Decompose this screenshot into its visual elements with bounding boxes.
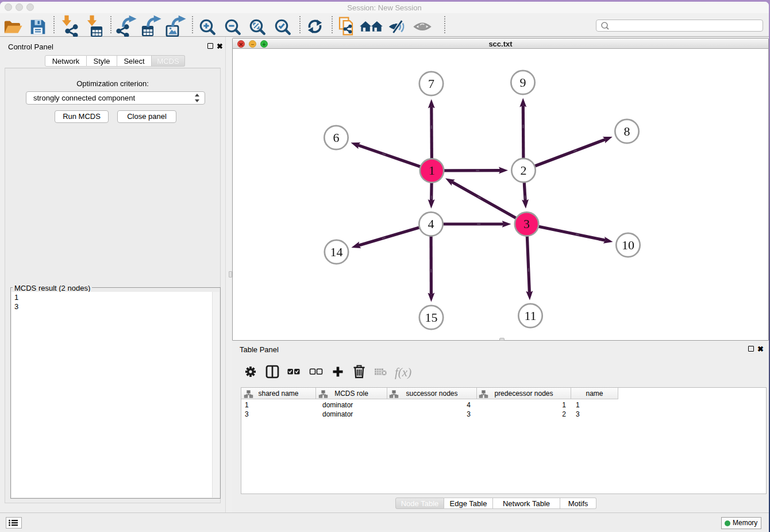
svg-text:15: 15 xyxy=(425,310,438,325)
svg-text:3: 3 xyxy=(523,217,530,231)
svg-text:11: 11 xyxy=(524,309,536,323)
svg-text:f(x): f(x) xyxy=(395,365,411,379)
svg-text:2: 2 xyxy=(521,163,527,178)
svg-text:1: 1 xyxy=(429,163,435,178)
svg-text:14: 14 xyxy=(330,245,343,259)
svg-text:7: 7 xyxy=(428,76,434,91)
svg-text:6: 6 xyxy=(333,130,340,145)
svg-text:9: 9 xyxy=(520,75,526,90)
svg-text:10: 10 xyxy=(622,238,634,252)
svg-text:4: 4 xyxy=(428,217,434,231)
svg-text:8: 8 xyxy=(624,124,630,138)
